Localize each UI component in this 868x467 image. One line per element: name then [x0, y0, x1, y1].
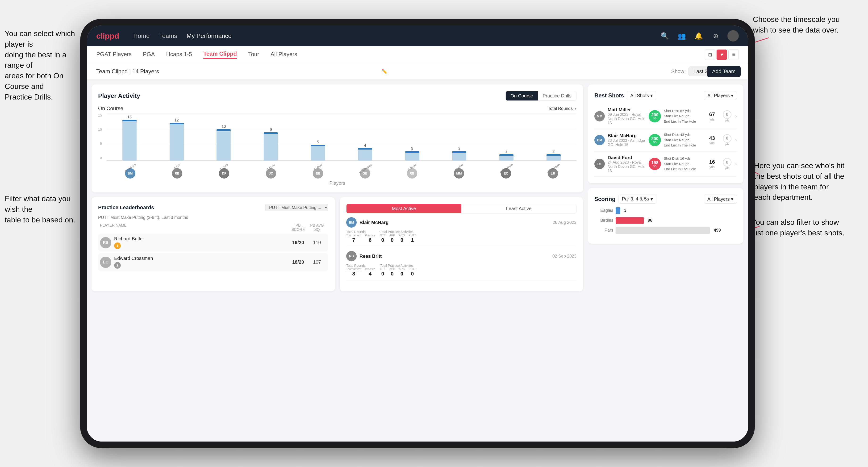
view-card-icon[interactable]: ♥	[717, 50, 727, 60]
apr-header-rbritt: RB Rees Britt 02 Sep 2023	[346, 251, 577, 261]
top-navigation: clippd Home Teams My Performance 🔍 👥 🔔 ⊕	[87, 26, 748, 46]
subnav-pga[interactable]: PGA	[143, 51, 155, 59]
practice-avg-ecrossman: 107	[308, 259, 327, 265]
bar-item-bmcharg: 13	[106, 115, 152, 161]
shot-yds-mmiller: 67 yds	[705, 111, 719, 121]
show-label: Show:	[671, 68, 686, 74]
apr-stats-rbritt: Total Rounds Tournament 8 Practice	[346, 264, 577, 277]
practice-avatar-rbutler: RB	[100, 237, 111, 248]
shot-course-mmiller: 09 Jun 2023 · Royal North Devon GC, Hole…	[608, 113, 646, 125]
avatar-bmcharg: B. McHarg BM	[106, 162, 154, 179]
all-players-label: All Players	[707, 93, 730, 98]
bottom-row: Practice Leaderboards PUTT Must Make Put…	[92, 197, 583, 291]
pars-label: Pars	[594, 228, 613, 233]
apr-practice-rbritt: Total Practice Activities GTT 0 APP	[380, 264, 416, 277]
people-icon[interactable]: 👥	[677, 31, 687, 41]
x-axis-label: Players	[98, 181, 577, 186]
nav-my-performance[interactable]: My Performance	[187, 32, 231, 40]
subnav-tour[interactable]: Tour	[248, 51, 259, 59]
birdies-bar	[616, 217, 644, 224]
view-list-icon[interactable]: ≡	[728, 50, 739, 60]
scoring-par-filter-btn[interactable]: Par 3, 4 & 5s ▾	[618, 195, 656, 204]
bar-item-jcoles: 9	[248, 128, 294, 161]
on-course-toggle-btn[interactable]: On Course	[506, 91, 538, 100]
bar-item-dford: 10	[201, 125, 247, 161]
all-shots-dropdown-icon: ▾	[650, 93, 653, 98]
all-shots-filter-btn[interactable]: All Shots ▾	[627, 91, 656, 100]
left-column: Player Activity On Course Practice Drill…	[87, 80, 588, 441]
annotation-filter: Filter what data you wish thetable to be…	[5, 193, 80, 225]
shot-details-dford: Shot Dist: 16 yds Start Lie: Rough End L…	[664, 156, 702, 172]
col-player-name: PLAYER NAME	[100, 223, 289, 232]
scoring-header: Scoring Par 3, 4 & 5s ▾ All Players ▾	[594, 195, 737, 204]
practice-title: Practice Leaderboards	[98, 205, 154, 211]
nav-home[interactable]: Home	[133, 32, 150, 40]
rank-badge-1: 1	[114, 243, 121, 249]
shot-entry-bmcharg: BM Blair McHarg 23 Jul 2023 · Ashridge G…	[594, 129, 737, 152]
subnav-hcaps[interactable]: Hcaps 1-5	[166, 51, 192, 59]
practice-header: Practice Leaderboards PUTT Must Make Put…	[98, 204, 328, 211]
total-rounds-label: Total Rounds	[548, 106, 573, 111]
eagles-label: Eagles	[594, 208, 613, 213]
practice-drills-toggle-btn[interactable]: Practice Drills	[538, 91, 576, 100]
shot-chevron-dford[interactable]: ›	[735, 161, 737, 167]
shot-badge-mmiller: 200 SG	[649, 110, 661, 122]
nav-teams[interactable]: Teams	[159, 32, 177, 40]
edit-icon[interactable]: ✏️	[382, 69, 388, 74]
scoring-players-filter-btn[interactable]: All Players ▾	[704, 195, 737, 204]
active-toggle: Most Active Least Active	[346, 204, 577, 214]
practice-leaderboards-card: Practice Leaderboards PUTT Must Make Put…	[92, 197, 335, 291]
chart-dropdown-arrow[interactable]: ▾	[575, 106, 577, 111]
subnav-team-clippd[interactable]: Team Clippd	[203, 51, 237, 59]
avatar-ecrossman: E. Crossman EC	[483, 162, 530, 179]
shot-chevron-mmiller[interactable]: ›	[735, 113, 737, 119]
avatar-rbutler: R. Butler RB	[389, 162, 435, 179]
search-icon[interactable]: 🔍	[659, 31, 670, 41]
bars-container: 13 12	[106, 114, 577, 161]
player-activity-header: Player Activity On Course Practice Drill…	[98, 91, 577, 101]
scoring-birdies-row: Birdies 96	[594, 217, 737, 224]
shot-zero-bmcharg: 0 yds	[722, 134, 733, 146]
least-active-btn[interactable]: Least Active	[461, 204, 576, 213]
add-team-button[interactable]: Add Team	[707, 66, 741, 77]
add-circle-icon[interactable]: ⊕	[710, 31, 721, 41]
most-active-btn[interactable]: Most Active	[346, 204, 461, 213]
practice-avatar-ecrossman: EC	[100, 257, 111, 268]
annotation-timescale: Choose the timescale youwish to see the …	[753, 14, 840, 35]
shot-entry-mmiller: MM Matt Miller 09 Jun 2023 · Royal North…	[594, 104, 737, 129]
col-pb-score: PB SCORE	[289, 223, 308, 232]
rank-badge-2: 2	[114, 262, 121, 269]
shot-chevron-bmcharg[interactable]: ›	[735, 137, 737, 143]
apr-date-bmcharg: 26 Aug 2023	[553, 220, 577, 225]
shot-info-bmcharg: Blair McHarg 23 Jul 2023 · Ashridge GC, …	[608, 133, 646, 147]
all-players-filter-btn[interactable]: All Players ▾	[704, 91, 737, 100]
practice-filter-select[interactable]: PUTT Must Make Putting ...	[265, 204, 328, 211]
most-active-card: Most Active Least Active BM Blair McHarg…	[340, 197, 583, 291]
apr-avatar-bmcharg: BM	[346, 217, 356, 228]
practice-subtitle: PUTT Must Make Putting (3-6 ft), Last 3 …	[98, 215, 328, 220]
main-content-area: Player Activity On Course Practice Drill…	[87, 80, 748, 441]
annotation-player-select: You can select which player isdoing the …	[5, 28, 80, 102]
shot-badge-bmcharg: 200 SG	[649, 134, 661, 146]
avatar-eebert: E. Ebert EE	[294, 162, 342, 179]
y-label-0: 0	[100, 156, 102, 160]
subnav-pgat[interactable]: PGAT Players	[96, 51, 132, 59]
view-grid-icon[interactable]: ⊞	[705, 50, 715, 60]
avatar-mmiller: M. Miller MM	[435, 162, 483, 179]
apr-date-rbritt: 02 Sep 2023	[552, 254, 577, 259]
nav-icons: 🔍 👥 🔔 ⊕	[659, 30, 739, 41]
practice-pb-ecrossman: 18/20	[289, 259, 308, 265]
scoring-players-label: All Players	[707, 196, 730, 201]
shot-name-dford: David Ford	[608, 155, 646, 160]
app-logo: clippd	[96, 31, 119, 40]
birdies-label: Birdies	[594, 218, 613, 223]
player-activity-title: Player Activity	[98, 92, 502, 99]
y-label-10: 10	[98, 128, 102, 131]
subnav-all-players[interactable]: All Players	[271, 51, 297, 59]
practice-player-row-ecrossman: EC Edward Crossman 2 18/20 107	[98, 253, 328, 271]
practice-name-rbutler: Richard Butler	[114, 236, 289, 242]
bell-icon[interactable]: 🔔	[693, 31, 704, 41]
y-label-15: 15	[98, 114, 102, 117]
birdies-count: 96	[648, 218, 652, 223]
user-avatar[interactable]	[727, 30, 739, 41]
